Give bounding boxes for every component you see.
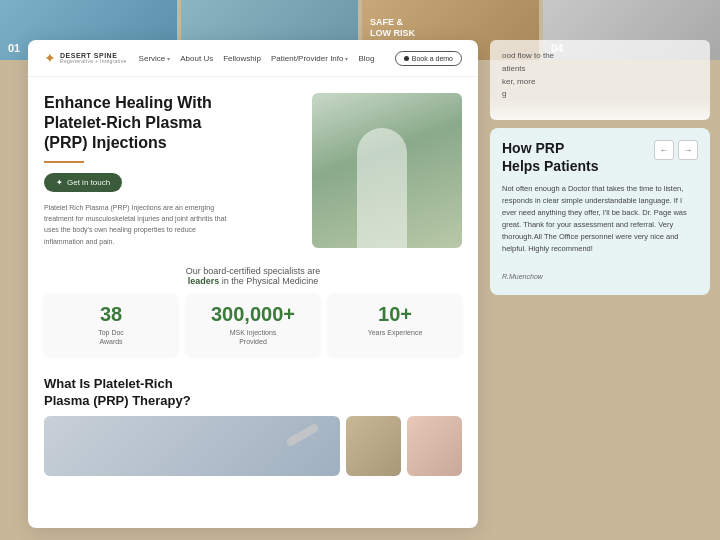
stats-highlight: leaders <box>188 276 220 286</box>
right-panel: ood flow to theatientsker, moreg How PRP… <box>490 40 710 528</box>
stat-number-experience: 10+ <box>336 304 454 324</box>
stats-section: Our board-certified specialists are lead… <box>28 256 478 366</box>
hero-description: Platelet Rich Plasma (PRP) Injections ar… <box>44 202 234 247</box>
reviewer-name: R.Muenchow <box>502 273 543 280</box>
bottom-image-row <box>44 416 462 476</box>
bottom-portrait-1 <box>346 416 401 476</box>
strip-num-1: 01 <box>8 42 20 54</box>
bottom-main-image <box>44 416 340 476</box>
prp-card: How PRPHelps Patients ← → Not often enou… <box>490 128 710 295</box>
nav-blog[interactable]: Blog <box>358 54 374 63</box>
navbar: ✦ DESERT SPINE Regenerative + Integrativ… <box>28 40 478 77</box>
stats-grid: 38 Top DocAwards 300,000+ MSK Injections… <box>44 294 462 356</box>
nav-service[interactable]: Service ▾ <box>139 54 171 63</box>
nav-patient[interactable]: Patient/Provider Info ▾ <box>271 54 348 63</box>
main-card: ✦ DESERT SPINE Regenerative + Integrativ… <box>28 40 478 528</box>
prev-arrow-button[interactable]: ← <box>654 140 674 160</box>
hero-image <box>312 93 462 248</box>
stat-label-awards: Top DocAwards <box>52 328 170 346</box>
stat-card-awards: 38 Top DocAwards <box>44 294 178 356</box>
logo: ✦ DESERT SPINE Regenerative + Integrativ… <box>44 50 127 66</box>
nav-links: Service ▾ About Us Fellowship Patient/Pr… <box>139 54 383 63</box>
bottom-portrait-2 <box>407 416 462 476</box>
nav-arrows: ← → <box>654 140 698 160</box>
safe-badge: SAFE &LOW RISK <box>370 17 415 40</box>
bottom-section: What Is Platelet-RichPlasma (PRP) Therap… <box>28 366 478 476</box>
stat-number-awards: 38 <box>52 304 170 324</box>
logo-tagline: Regenerative + Integrative <box>60 59 127 64</box>
nav-about[interactable]: About Us <box>180 54 213 63</box>
book-demo-button[interactable]: Book a demo <box>395 51 462 66</box>
logo-icon: ✦ <box>44 50 56 66</box>
hero-underline <box>44 161 84 163</box>
bottom-title: What Is Platelet-RichPlasma (PRP) Therap… <box>44 376 462 410</box>
stat-label-experience: Years Experience <box>336 328 454 337</box>
stat-number-injections: 300,000+ <box>194 304 312 324</box>
stat-card-injections: 300,000+ MSK InjectionsProvided <box>186 294 320 356</box>
scroll-text-card: ood flow to theatientsker, moreg <box>490 40 710 120</box>
needle-img <box>285 423 319 447</box>
get-in-touch-button[interactable]: ✦ Get in touch <box>44 173 122 192</box>
hero-title: Enhance Healing WithPlatelet-Rich Plasma… <box>44 93 300 153</box>
scroll-text: ood flow to theatientsker, moreg <box>502 51 554 98</box>
stats-trail: in the Physical Medicine <box>222 276 319 286</box>
prp-card-title: How PRPHelps Patients <box>502 140 598 175</box>
person-silhouette <box>357 128 407 248</box>
nav-fellowship[interactable]: Fellowship <box>223 54 261 63</box>
prp-review-text: Not often enough a Doctor that takes the… <box>502 183 698 255</box>
hero-section: Enhance Healing WithPlatelet-Rich Plasma… <box>28 77 478 256</box>
stat-label-injections: MSK InjectionsProvided <box>194 328 312 346</box>
next-arrow-button[interactable]: → <box>678 140 698 160</box>
stats-title: Our board-certified specialists are lead… <box>44 266 462 286</box>
stat-card-experience: 10+ Years Experience <box>328 294 462 356</box>
